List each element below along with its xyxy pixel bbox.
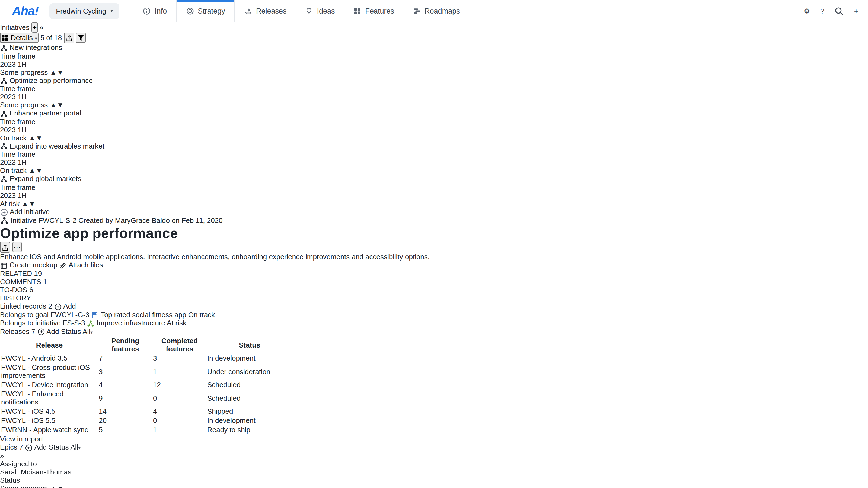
- initiative-icon: [87, 320, 95, 327]
- top-navigation: Aha! Fredwin Cycling ▾ Info Strategy Rel…: [0, 0, 868, 22]
- status-badge[interactable]: At risk ▲▼: [0, 199, 35, 208]
- nav-tab-releases[interactable]: Releases: [235, 0, 296, 22]
- sidebar-title: Initiatives: [0, 23, 29, 31]
- status-badge: On track: [188, 311, 215, 319]
- filter-button[interactable]: [76, 33, 86, 43]
- time-frame-label: Time frame: [0, 183, 868, 191]
- status-badge: In development: [207, 354, 255, 362]
- tab-comments[interactable]: COMMENTS 1: [0, 278, 868, 286]
- add-linked-record-link[interactable]: Add: [54, 302, 76, 310]
- lightbulb-icon: [305, 7, 313, 15]
- help-icon[interactable]: ?: [820, 7, 824, 15]
- initiative-card-selected[interactable]: Optimize app performance Time frame 2023…: [0, 76, 868, 109]
- share-button[interactable]: [0, 242, 10, 253]
- export-icon: [65, 34, 73, 42]
- search-icon[interactable]: [835, 6, 844, 15]
- main-nav-tabs: Info Strategy Releases Ideas Features Ro…: [133, 0, 469, 22]
- initiative-card[interactable]: Enhance partner portal Time frame 2023 1…: [0, 109, 868, 142]
- release-link[interactable]: FWCYL - Android 3.5: [1, 354, 67, 362]
- add-icon[interactable]: +: [854, 7, 858, 15]
- nav-tab-ideas[interactable]: Ideas: [296, 0, 344, 22]
- release-link[interactable]: FWCYL - iOS 4.5: [1, 407, 55, 415]
- add-initiative-button[interactable]: +: [31, 22, 38, 33]
- gantt-icon: [412, 7, 421, 15]
- initiative-card[interactable]: New integrations Time frame 2023 1H Some…: [0, 43, 868, 76]
- view-in-report-link[interactable]: View in report: [0, 435, 868, 443]
- main-area: Initiative FWCYL-S-2 Created by MaryGrac…: [0, 216, 868, 488]
- time-frame-value: 2023 1H: [0, 60, 868, 68]
- initiative-icon: [0, 110, 8, 118]
- record-description: Enhance iOS and Android mobile applicati…: [0, 253, 868, 261]
- chevron-down-icon: ▾: [111, 8, 113, 13]
- tab-todos[interactable]: TO-DOS 6: [0, 286, 868, 294]
- section-title-releases: Releases: [0, 327, 29, 335]
- add-release-link[interactable]: Add: [37, 327, 61, 335]
- goal-link[interactable]: Top rated social fitness app: [101, 311, 186, 319]
- workspace-selector[interactable]: Fredwin Cycling ▾: [50, 3, 119, 19]
- field-label: Assigned to: [0, 460, 868, 468]
- table-row: FWRNN - Apple watch sync 5 1 Ready to sh…: [1, 426, 292, 434]
- plus-circle-icon: [54, 303, 62, 311]
- release-link[interactable]: FWCYL - Cross-product iOS improvements: [1, 363, 90, 380]
- tab-related[interactable]: RELATED 19: [0, 269, 868, 278]
- initiative-link[interactable]: Improve infrastructure: [97, 319, 165, 327]
- tab-count-badge: 1: [43, 278, 47, 286]
- export-icon: [1, 244, 9, 252]
- create-mockup-link[interactable]: Create mockup: [0, 261, 59, 269]
- initiative-card[interactable]: Expand global markets Time frame 2023 1H…: [0, 174, 868, 207]
- column-header: Pending features: [99, 337, 152, 353]
- card-title: Expand global markets: [9, 174, 82, 183]
- table-row: FWCYL - iOS 4.5 14 4 Shipped: [1, 407, 292, 415]
- flag-icon: [91, 311, 99, 319]
- status-badge[interactable]: Some progress ▲▼: [0, 101, 64, 109]
- page-title: Optimize app performance: [0, 225, 868, 242]
- table-row: FWCYL - iOS 5.5 20 0 In development: [1, 416, 292, 425]
- expand-panel-icon[interactable]: »: [0, 452, 4, 460]
- initiative-icon: [0, 217, 9, 225]
- nav-tab-info[interactable]: Info: [133, 0, 176, 22]
- funnel-icon: [77, 34, 85, 42]
- layout-icon: [1, 34, 9, 42]
- linked-record-ref: FWCYL-G-3: [51, 311, 90, 319]
- record-tabs: RELATED 19 COMMENTS 1 TO-DOS 6 HISTORY: [0, 269, 868, 302]
- time-frame-label: Time frame: [0, 85, 868, 93]
- stepper-arrows-icon: ▲▼: [29, 134, 43, 142]
- status-badge[interactable]: On track ▲▼: [0, 166, 42, 174]
- nav-tab-features[interactable]: Features: [344, 0, 404, 22]
- status-filter-dropdown[interactable]: Status All▾: [49, 443, 81, 451]
- initiative-card[interactable]: Expand into wearables market Time frame …: [0, 142, 868, 174]
- nav-tab-label: Features: [365, 7, 394, 15]
- nav-tab-roadmaps[interactable]: Roadmaps: [403, 0, 469, 22]
- initiative-icon: [0, 176, 8, 183]
- status-badge: At risk: [167, 319, 186, 327]
- initiatives-sidebar: Initiatives + « Details ▾ 5 of 18: [0, 22, 868, 216]
- mockup-icon: [0, 262, 8, 269]
- collapse-sidebar-icon[interactable]: «: [40, 23, 44, 31]
- strategy-icon: [186, 7, 194, 15]
- user-avatar[interactable]: [780, 4, 794, 18]
- release-link[interactable]: FWCYL - iOS 5.5: [1, 416, 55, 425]
- initiative-icon: [0, 44, 8, 52]
- add-epic-link[interactable]: Add: [25, 443, 49, 451]
- record-ref-link[interactable]: FWCYL-S-2: [38, 216, 76, 225]
- nav-tab-strategy[interactable]: Strategy: [176, 0, 235, 22]
- release-link[interactable]: FWCYL - Enhanced notifications: [1, 390, 63, 406]
- attach-files-link[interactable]: Attach files: [59, 261, 103, 269]
- status-filter-dropdown[interactable]: Status All▾: [61, 327, 93, 335]
- status-badge[interactable]: Some progress ▲▼: [0, 68, 64, 76]
- tab-history[interactable]: HISTORY: [0, 294, 868, 302]
- aha-logo[interactable]: Aha!: [12, 3, 38, 18]
- stepper-arrows-icon: ▲▼: [29, 166, 43, 174]
- export-button[interactable]: [64, 33, 74, 43]
- details-view-button[interactable]: Details ▾: [0, 33, 38, 43]
- add-initiative-link[interactable]: Add initiative: [0, 208, 868, 216]
- more-options-button[interactable]: ···: [12, 242, 22, 252]
- release-link[interactable]: FWCYL - Device integration: [1, 381, 88, 389]
- assignee-name: Sarah Moisan-Thomas: [0, 468, 71, 476]
- gear-icon[interactable]: ⚙: [804, 7, 810, 15]
- status-badge[interactable]: On track ▲▼: [0, 134, 42, 142]
- table-row: FWCYL - Android 3.5 7 3 In development: [1, 354, 292, 362]
- release-link[interactable]: FWRNN - Apple watch sync: [1, 426, 88, 434]
- status-dropdown-badge[interactable]: Some progress ▲▼: [0, 484, 64, 488]
- nav-tab-label: Info: [155, 7, 167, 15]
